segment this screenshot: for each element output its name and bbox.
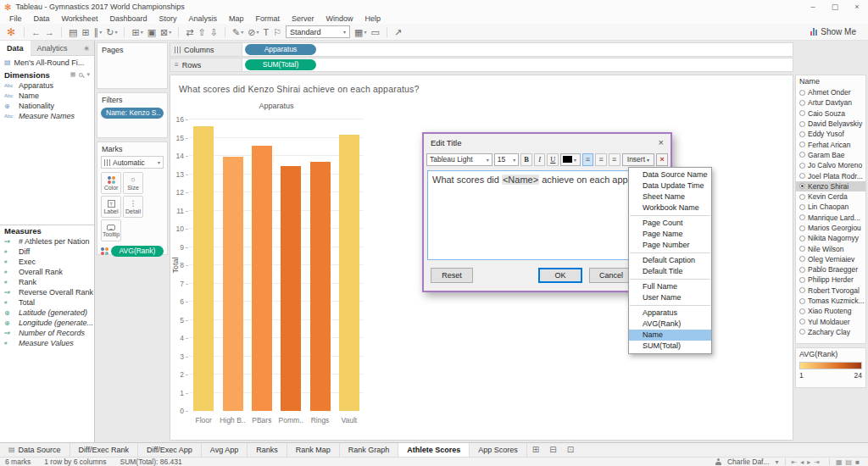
columns-shelf-area[interactable]: Apparatus [242,42,793,57]
field-number-of-records[interactable]: =#Number of Records [0,328,94,338]
next-story-point-icon[interactable]: ▸ [807,458,810,466]
sort-descending-icon[interactable]: ⇩ [210,26,218,38]
insert-button[interactable]: Insert▾ [622,153,655,166]
sheet-tab-rank-map[interactable]: Rank Map [287,443,340,457]
new-story-tab-icon[interactable]: ⊡ [562,443,579,457]
color-button[interactable]: Color [101,172,121,194]
field-nationality[interactable]: ⊕Nationality [0,101,94,111]
fields-grid-icon[interactable]: ▦ [70,71,76,78]
show-mark-labels-icon[interactable]: T [263,26,269,38]
undo-icon[interactable]: ← [31,26,41,38]
field-name[interactable]: AbcName [0,91,94,101]
name-filter-item-tomas-kuzmick[interactable]: Tomas Kuzmick... [796,296,865,306]
name-field-token[interactable]: <Name> [502,175,539,185]
menu-file[interactable]: File [3,14,28,23]
insert-menu-item-workbook-name[interactable]: Workbook Name [629,202,711,214]
insert-menu-item-data-update-time[interactable]: Data Update Time [629,180,711,191]
insert-menu-item-apparatus[interactable]: Apparatus [629,308,711,319]
name-filter-item-lin-chaopan[interactable]: Lin Chaopan [796,202,865,212]
bold-button[interactable]: B [520,153,532,166]
user-menu-caret-icon[interactable]: ▾ [776,458,779,466]
show-me-button[interactable]: Show Me [810,27,861,36]
run-update-icon[interactable]: ↻▾ [106,26,117,38]
minimize-button[interactable]: – [802,3,824,11]
name-filter-item-manrique-lard[interactable]: Manrique Lard... [796,213,865,223]
label-button[interactable]: T Label [101,196,121,218]
pin-icon[interactable]: ∗ [79,44,94,53]
bar-high-b[interactable] [223,157,243,411]
field-measure-names[interactable]: AbcMeasure Names [0,111,94,121]
name-filter-item-zachary-clay[interactable]: Zachary Clay [796,327,865,337]
presentation-mode-icon[interactable]: ▭ [370,26,379,38]
search-icon[interactable] [79,73,83,77]
name-filter-item-garam-bae[interactable]: Garam Bae [796,150,865,160]
insert-menu-item-page-number[interactable]: Page Number [629,240,711,251]
color-legend-gradient[interactable] [799,362,862,369]
field-longitude-generate[interactable]: ⊕Longitude (generate... [0,318,94,328]
pages-card[interactable]: Pages [97,42,168,89]
clear-sheet-icon[interactable]: ⊠▾ [160,26,171,38]
new-dashboard-tab-icon[interactable]: ⊟ [544,443,561,457]
name-filter-item-jo-calvo-moreno[interactable]: Jo Calvo Moreno [796,160,865,170]
menu-help[interactable]: Help [359,14,387,23]
menu-worksheet[interactable]: Worksheet [56,14,104,23]
signed-in-user[interactable]: Charlie Daf... [727,458,770,466]
last-story-point-icon[interactable]: ⇥ [814,458,820,466]
name-filter-item-marios-georgiou[interactable]: Marios Georgiou [796,223,865,233]
name-filter-item-artur-davtyan[interactable]: Artur Davtyan [796,97,865,108]
menu-analysis[interactable]: Analysis [182,14,223,23]
sheet-tab-athlete-scores[interactable]: Athlete Scores [398,443,470,457]
datasource-item[interactable]: ▤ Men's All-Round Fi... [0,56,94,69]
fit-selector[interactable]: Standard▾ [286,25,350,38]
name-filter-item-pablo-braegger[interactable]: Pablo Braegger [796,264,865,275]
ok-button[interactable]: OK [538,268,582,283]
field-measure-values[interactable]: #Measure Values [0,338,94,348]
name-filter-item-oleg-verniaiev[interactable]: Oleg Verniaiev [796,254,865,264]
menu-server[interactable]: Server [286,14,320,23]
bar-pbars[interactable] [252,146,272,411]
insert-menu-item-data-source-name[interactable]: Data Source Name [629,169,711,180]
previous-story-point-icon[interactable]: ◂ [800,458,804,466]
sheet-tab-rank-graph[interactable]: Rank Graph [340,443,399,457]
insert-menu-item-page-count[interactable]: Page Count [629,218,711,229]
name-filter-item-joel-plata-rodr[interactable]: Joel Plata Rodr... [796,170,865,180]
underline-button[interactable]: U [547,153,559,166]
sheet-tab-data-source[interactable]: ▤Data Source [0,443,70,457]
close-button[interactable]: × [846,3,868,11]
show-tabs-icon[interactable]: ▦ [836,458,843,466]
menu-format[interactable]: Format [249,14,286,23]
font-size-select[interactable]: 15▾ [494,153,519,166]
insert-menu-item-user-name[interactable]: User Name [629,292,711,303]
align-center-button[interactable]: ≡ [595,153,607,166]
insert-menu-item-avg-rank[interactable]: AVG(Rank) [629,319,711,330]
insert-menu-item-sum-total[interactable]: SUM(Total) [629,341,711,352]
swap-rows-columns-icon[interactable]: ⇄ [186,26,193,38]
insert-menu-item-sheet-name[interactable]: Sheet Name [629,191,711,202]
show-filmstrip-icon[interactable]: ▤ [846,458,853,466]
show-hide-cards-icon[interactable]: ▦▾ [354,26,366,38]
field-rank[interactable]: #Rank [0,277,94,287]
new-datasource-icon[interactable]: ⊞ [81,26,89,38]
field-reverse-overall-rank[interactable]: =#Reverse Overall Rank [0,287,94,297]
menu-map[interactable]: Map [223,14,250,23]
font-family-select[interactable]: Tableau Light▾ [426,153,492,166]
insert-menu-item-page-name[interactable]: Page Name [629,229,711,240]
insert-menu-item-full-name[interactable]: Full Name [629,281,711,292]
insert-menu-item-default-title[interactable]: Default Title [629,266,711,277]
align-right-button[interactable]: ≡ [609,153,620,166]
filters-card[interactable]: Filters Name: Kenzo S.. [97,92,168,138]
field-exec[interactable]: #Exec [0,257,94,267]
pause-auto-updates-icon[interactable]: ∥▾ [94,26,103,38]
fields-menu-caret-icon[interactable]: ▾ [86,71,90,78]
menu-dashboard[interactable]: Dashboard [103,14,153,23]
sheet-tab-ranks[interactable]: Ranks [248,443,287,457]
rows-pill-sum-total[interactable]: SUM(Total) [245,59,316,70]
cancel-button[interactable]: Cancel [589,268,633,283]
name-filter-item-caio-souza[interactable]: Caio Souza [796,108,865,119]
bar-pomm[interactable] [281,166,301,411]
new-worksheet-icon[interactable]: ⊞▾ [131,26,142,38]
size-button[interactable]: ○ Size [123,172,143,194]
insert-menu-item-name[interactable]: Name [629,330,711,341]
name-filter-item-robert-tvorogal[interactable]: Robert Tvorogal [796,286,865,296]
tab-data[interactable]: Data [0,41,31,56]
